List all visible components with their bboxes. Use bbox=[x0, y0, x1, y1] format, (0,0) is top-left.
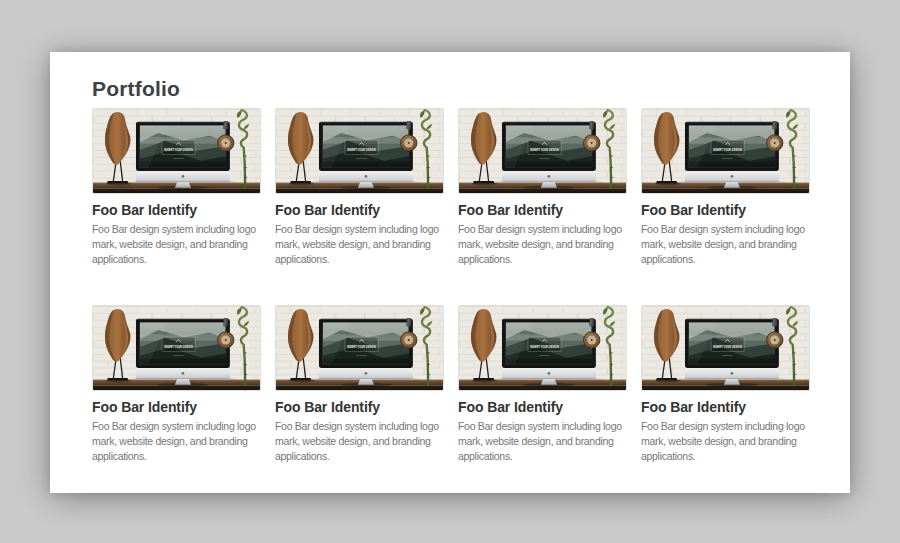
portfolio-item: Foo Bar Identify Foo Bar design system i… bbox=[92, 305, 261, 464]
portfolio-item-description: Foo Bar design system including logo mar… bbox=[458, 419, 627, 464]
portfolio-item-title: Foo Bar Identify bbox=[641, 203, 810, 218]
portfolio-item: Foo Bar Identify Foo Bar design system i… bbox=[458, 305, 627, 464]
description-line: mark, website design, and branding bbox=[458, 434, 627, 449]
imac-mockup-image bbox=[276, 109, 443, 193]
portfolio-item-title: Foo Bar Identify bbox=[92, 203, 261, 218]
description-line: Foo Bar design system including logo bbox=[641, 419, 810, 434]
page-title: Portfolio bbox=[92, 76, 810, 101]
portfolio-item: Foo Bar Identify Foo Bar design system i… bbox=[275, 305, 444, 464]
description-line: Foo Bar design system including logo bbox=[275, 222, 444, 237]
portfolio-item-title: Foo Bar Identify bbox=[458, 203, 627, 218]
description-line: Foo Bar design system including logo bbox=[92, 419, 261, 434]
portfolio-item-description: Foo Bar design system including logo mar… bbox=[92, 222, 261, 267]
portfolio-item-title: Foo Bar Identify bbox=[92, 400, 261, 415]
imac-mockup-image bbox=[642, 306, 809, 390]
imac-mockup-image bbox=[93, 306, 260, 390]
description-line: mark, website design, and branding bbox=[458, 237, 627, 252]
portfolio-thumbnail[interactable] bbox=[458, 305, 627, 391]
description-line: applications. bbox=[275, 252, 444, 267]
imac-mockup-image bbox=[276, 306, 443, 390]
portfolio-item-description: Foo Bar design system including logo mar… bbox=[275, 419, 444, 464]
portfolio-item-title: Foo Bar Identify bbox=[275, 400, 444, 415]
portfolio-thumbnail[interactable] bbox=[92, 108, 261, 194]
portfolio-item-title: Foo Bar Identify bbox=[275, 203, 444, 218]
portfolio-item: Foo Bar Identify Foo Bar design system i… bbox=[458, 108, 627, 267]
portfolio-thumbnail[interactable] bbox=[92, 305, 261, 391]
imac-mockup-image bbox=[459, 109, 626, 193]
description-line: applications. bbox=[275, 449, 444, 464]
description-line: applications. bbox=[641, 252, 810, 267]
description-line: applications. bbox=[458, 449, 627, 464]
description-line: applications. bbox=[92, 252, 261, 267]
portfolio-item-description: Foo Bar design system including logo mar… bbox=[641, 419, 810, 464]
description-line: Foo Bar design system including logo bbox=[641, 222, 810, 237]
description-line: applications. bbox=[458, 252, 627, 267]
portfolio-item-title: Foo Bar Identify bbox=[641, 400, 810, 415]
portfolio-item-description: Foo Bar design system including logo mar… bbox=[458, 222, 627, 267]
portfolio-item-description: Foo Bar design system including logo mar… bbox=[275, 222, 444, 267]
description-line: Foo Bar design system including logo bbox=[92, 222, 261, 237]
portfolio-thumbnail[interactable] bbox=[458, 108, 627, 194]
description-line: Foo Bar design system including logo bbox=[458, 222, 627, 237]
description-line: mark, website design, and branding bbox=[275, 237, 444, 252]
description-line: mark, website design, and branding bbox=[92, 237, 261, 252]
description-line: mark, website design, and branding bbox=[92, 434, 261, 449]
description-line: applications. bbox=[641, 449, 810, 464]
portfolio-item: Foo Bar Identify Foo Bar design system i… bbox=[641, 305, 810, 464]
imac-mockup-image bbox=[93, 109, 260, 193]
imac-mockup-image bbox=[459, 306, 626, 390]
portfolio-thumbnail[interactable] bbox=[641, 305, 810, 391]
description-line: mark, website design, and branding bbox=[641, 237, 810, 252]
portfolio-thumbnail[interactable] bbox=[275, 108, 444, 194]
description-line: Foo Bar design system including logo bbox=[275, 419, 444, 434]
portfolio-thumbnail[interactable] bbox=[641, 108, 810, 194]
portfolio-item: Foo Bar Identify Foo Bar design system i… bbox=[92, 108, 261, 267]
description-line: applications. bbox=[92, 449, 261, 464]
portfolio-item: Foo Bar Identify Foo Bar design system i… bbox=[641, 108, 810, 267]
portfolio-item-title: Foo Bar Identify bbox=[458, 400, 627, 415]
description-line: Foo Bar design system including logo bbox=[458, 419, 627, 434]
portfolio-thumbnail[interactable] bbox=[275, 305, 444, 391]
portfolio-item-description: Foo Bar design system including logo mar… bbox=[641, 222, 810, 267]
portfolio-item-description: Foo Bar design system including logo mar… bbox=[92, 419, 261, 464]
portfolio-item: Foo Bar Identify Foo Bar design system i… bbox=[275, 108, 444, 267]
description-line: mark, website design, and branding bbox=[275, 434, 444, 449]
portfolio-grid: Foo Bar Identify Foo Bar design system i… bbox=[92, 108, 810, 464]
description-line: mark, website design, and branding bbox=[641, 434, 810, 449]
portfolio-panel: Portfolio Foo Bar Identify Foo Bar desig… bbox=[50, 52, 850, 493]
imac-mockup-image bbox=[642, 109, 809, 193]
